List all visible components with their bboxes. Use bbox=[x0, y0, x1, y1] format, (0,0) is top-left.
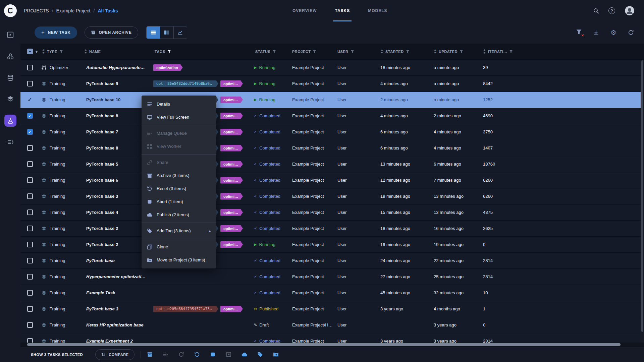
clearml-logo[interactable]: C bbox=[0, 4, 20, 17]
task-tag[interactable]: optimization bbox=[153, 64, 183, 71]
abort-action-icon[interactable] bbox=[210, 352, 216, 357]
split-view-button[interactable] bbox=[160, 26, 173, 39]
row-checkbox[interactable] bbox=[27, 145, 33, 151]
filter-funnel-icon[interactable] bbox=[313, 50, 316, 53]
breadcrumb-project[interactable]: Example Project bbox=[56, 8, 91, 13]
help-icon[interactable]: ? bbox=[608, 7, 615, 14]
sidebar-item-workers-queues[interactable] bbox=[4, 136, 16, 148]
row-checkbox-checked[interactable]: ✓ bbox=[27, 113, 33, 119]
row-checkbox[interactable] bbox=[27, 193, 33, 199]
row-select-cell[interactable] bbox=[20, 258, 39, 263]
table-view-button[interactable] bbox=[147, 26, 160, 39]
task-tag[interactable]: optimi… bbox=[220, 129, 243, 135]
task-tag[interactable]: optimi… bbox=[220, 209, 243, 216]
table-row[interactable]: Training PyTorch base 9 opt: 85e5482ddd7… bbox=[20, 76, 644, 92]
table-row[interactable]: Training PyTorch base 4 optimi… ✓ Comple… bbox=[20, 204, 644, 221]
vertical-scrollbar[interactable] bbox=[641, 60, 644, 343]
sort-icon[interactable] bbox=[380, 49, 383, 54]
column-header-name[interactable]: NAME bbox=[82, 49, 152, 54]
filter-funnel-icon[interactable] bbox=[272, 50, 276, 53]
column-header-project[interactable]: PROJECT bbox=[289, 50, 335, 54]
task-name[interactable]: Hyperparameter optimizati… bbox=[82, 274, 152, 279]
row-checkbox[interactable] bbox=[27, 161, 33, 167]
row-select-cell[interactable] bbox=[20, 338, 39, 343]
table-row[interactable]: ✓ Training PyTorch base 10 optimi… ▶ Run… bbox=[20, 92, 644, 108]
select-all-checkbox[interactable]: − ▾ bbox=[20, 49, 39, 54]
menu-item-manage-queue[interactable]: Manage Queue bbox=[142, 127, 216, 140]
task-name[interactable]: Automatic Hyperparamete… bbox=[82, 65, 152, 70]
row-select-cell[interactable]: ✓ bbox=[20, 97, 39, 103]
sort-icon[interactable] bbox=[42, 49, 45, 54]
menu-item-share[interactable]: Share bbox=[142, 156, 216, 169]
table-row[interactable]: Training PyTorch base 2 optimi… ✓ Comple… bbox=[20, 221, 644, 237]
task-tag[interactable]: optimi… bbox=[220, 241, 243, 248]
row-checkbox[interactable] bbox=[27, 226, 33, 231]
row-checkbox-checked[interactable]: ✓ bbox=[28, 97, 32, 103]
task-name[interactable]: PyTorch base 3 bbox=[82, 306, 152, 311]
column-header-updated[interactable]: UPDATED bbox=[431, 49, 480, 54]
table-row[interactable]: Training Example Experiment 2 ✓ Complete… bbox=[20, 333, 644, 343]
menu-item-add-tag-3-items[interactable]: Add Tag (3 items) ▸ bbox=[142, 224, 216, 237]
table-row[interactable]: Training PyTorch base 5 optimi… ✓ Comple… bbox=[20, 156, 644, 172]
row-select-cell[interactable]: ✓ bbox=[20, 129, 39, 135]
task-tag[interactable]: opt: e205d684f7954571a7309… bbox=[153, 306, 218, 312]
table-row[interactable]: Training PyTorch base ✓ Completed Exampl… bbox=[20, 253, 644, 269]
table-row[interactable]: ✓ Training PyTorch base 7 optimi… ✓ Comp… bbox=[20, 124, 644, 140]
settings-gear-icon[interactable]: ⚙ bbox=[610, 29, 616, 36]
row-checkbox[interactable] bbox=[27, 209, 33, 215]
row-checkbox[interactable] bbox=[27, 258, 33, 263]
row-select-cell[interactable] bbox=[20, 290, 39, 296]
table-row[interactable]: Training PyTorch base 3 optimi… ✓ Comple… bbox=[20, 188, 644, 204]
task-tag[interactable]: optimi… bbox=[220, 145, 243, 152]
sort-icon[interactable] bbox=[483, 49, 486, 54]
task-tag[interactable]: optimi… bbox=[220, 113, 243, 119]
add-tag-action-icon[interactable] bbox=[257, 352, 263, 357]
sort-icon[interactable] bbox=[84, 49, 87, 54]
select-all-indeterminate-checkbox[interactable]: − bbox=[27, 49, 33, 54]
task-tag[interactable]: optimi… bbox=[220, 97, 243, 103]
sidebar-item-pipelines[interactable] bbox=[4, 93, 16, 105]
table-row[interactable]: Training Example Task ✓ Completed Exampl… bbox=[20, 285, 644, 301]
breadcrumb-projects[interactable]: PROJECTS bbox=[24, 8, 49, 13]
reset-action-icon[interactable] bbox=[194, 352, 200, 357]
row-select-cell[interactable] bbox=[20, 81, 39, 86]
archive-action-icon[interactable] bbox=[147, 352, 153, 357]
download-icon[interactable] bbox=[593, 29, 599, 36]
task-name[interactable]: Example Task bbox=[82, 290, 152, 295]
horizontal-scrollbar-thumb[interactable] bbox=[27, 343, 621, 346]
task-tag[interactable]: optimi… bbox=[220, 225, 243, 232]
filter-funnel-icon[interactable] bbox=[351, 50, 354, 53]
row-checkbox[interactable] bbox=[27, 242, 33, 247]
task-tag[interactable]: optimi… bbox=[220, 193, 243, 200]
menu-item-archive-3-items[interactable]: Archive (3 items) bbox=[142, 169, 216, 182]
selected-count-label[interactable]: SHOW 3 TASKS SELECTED bbox=[31, 353, 83, 357]
table-row[interactable]: Training PyTorch base 3 opt: e205d684f79… bbox=[20, 301, 644, 317]
sidebar-item-experiments[interactable] bbox=[4, 115, 16, 127]
row-select-cell[interactable] bbox=[20, 193, 39, 199]
compare-button[interactable]: COMPARE bbox=[95, 349, 135, 360]
table-row[interactable]: Training PyTorch base 2 optimi… ▶ Runnin… bbox=[20, 237, 644, 253]
row-checkbox[interactable] bbox=[27, 65, 33, 70]
task-tag[interactable]: opt: 85e5482ddd7149b8ba04… bbox=[153, 80, 218, 87]
task-name[interactable]: PyTorch base 9 bbox=[82, 81, 152, 86]
clear-filters-icon[interactable]: ✕ bbox=[576, 29, 582, 36]
abort-all-children-action-icon[interactable] bbox=[226, 352, 231, 357]
table-row[interactable]: Training Keras HP optimization base ✎ Dr… bbox=[20, 317, 644, 333]
row-checkbox-checked[interactable]: ✓ bbox=[27, 129, 33, 135]
row-checkbox[interactable] bbox=[27, 322, 33, 328]
new-task-button[interactable]: + NEW TASK bbox=[35, 26, 77, 39]
tab-models[interactable]: MODELS bbox=[359, 0, 396, 21]
column-header-status[interactable]: STATUS bbox=[253, 50, 289, 54]
sidebar-item-projects[interactable] bbox=[4, 50, 16, 62]
row-select-cell[interactable] bbox=[20, 65, 39, 70]
column-header-tags[interactable]: TAGS bbox=[152, 50, 253, 54]
menu-item-move-to-project-3-items[interactable]: Move to Project (3 items) bbox=[142, 253, 216, 266]
table-row[interactable]: Training PyTorch base 6 optimi… ✓ Comple… bbox=[20, 172, 644, 188]
menu-item-details[interactable]: Details bbox=[142, 98, 216, 111]
search-icon[interactable] bbox=[593, 8, 599, 14]
menu-item-publish-2-items[interactable]: Publish (2 items) bbox=[142, 208, 216, 221]
menu-item-clone[interactable]: Clone bbox=[142, 240, 216, 253]
row-select-cell[interactable] bbox=[20, 274, 39, 280]
row-select-cell[interactable] bbox=[20, 322, 39, 328]
open-archive-button[interactable]: OPEN ARCHIVE bbox=[85, 26, 138, 39]
